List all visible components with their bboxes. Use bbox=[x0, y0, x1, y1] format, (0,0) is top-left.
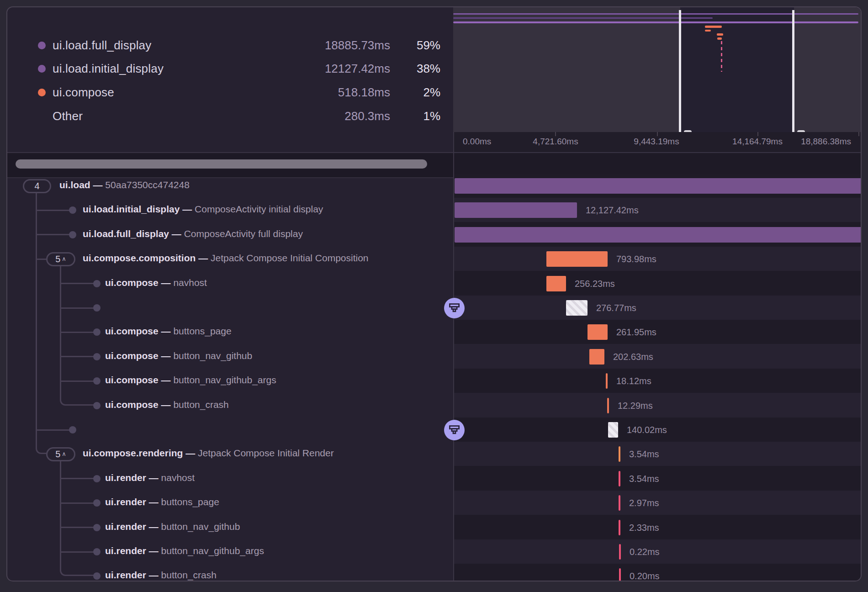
minimap-flame-bar bbox=[705, 30, 711, 32]
span-bar[interactable] bbox=[546, 276, 566, 291]
profile-icon[interactable] bbox=[444, 298, 465, 318]
span-bar[interactable] bbox=[606, 373, 608, 389]
span-description: button_nav_github bbox=[173, 350, 252, 361]
span-duration-label: 18.12ms bbox=[616, 376, 651, 386]
span-bar[interactable] bbox=[566, 300, 587, 316]
span-row-label[interactable]: ui.compose.composition — Jetpack Compose… bbox=[83, 253, 369, 264]
span-row-label[interactable]: ui.render — buttons_page bbox=[105, 497, 219, 507]
legend-item[interactable]: ui.compose 518.18ms 2% bbox=[7, 83, 453, 101]
legend-item[interactable]: Other 280.3ms 1% bbox=[7, 107, 453, 125]
span-bar[interactable] bbox=[455, 227, 862, 243]
axis-tick-label: 14,164.79ms bbox=[732, 137, 783, 147]
span-row-label[interactable]: ui.render — button_nav_github_args bbox=[105, 545, 264, 556]
separator-dash: — bbox=[146, 497, 161, 507]
legend-percent: 1% bbox=[423, 109, 440, 123]
profile-flame-glyph bbox=[448, 424, 460, 436]
span-row-label[interactable]: ui.load.initial_display — ComposeActivit… bbox=[83, 204, 323, 215]
badge-count: 5 bbox=[55, 449, 60, 460]
span-duration-label: 793.98ms bbox=[616, 254, 656, 264]
tree-node-dot bbox=[69, 426, 76, 433]
span-bar[interactable] bbox=[619, 495, 620, 511]
legend-value: 280.3ms bbox=[344, 109, 390, 123]
span-bar[interactable] bbox=[619, 471, 620, 486]
tree-node-dot bbox=[93, 280, 101, 287]
minimap-viewport-overlay bbox=[453, 7, 680, 132]
span-bar[interactable] bbox=[455, 202, 577, 218]
span-bar[interactable] bbox=[619, 446, 620, 462]
tree-connector-elbow bbox=[36, 446, 48, 455]
span-bar[interactable] bbox=[455, 178, 862, 194]
span-row-label[interactable]: ui.compose — button_nav_github bbox=[105, 350, 252, 361]
span-row-label[interactable]: ui.compose — button_nav_github_args bbox=[105, 375, 276, 386]
tree-connector-line bbox=[60, 502, 94, 504]
trace-minimap[interactable] bbox=[453, 7, 862, 132]
span-description: button_nav_github_args bbox=[173, 375, 276, 385]
legend-value: 12127.42ms bbox=[325, 62, 390, 76]
legend-item[interactable]: ui.load.full_display 18885.73ms 59% bbox=[7, 36, 453, 54]
span-row-label[interactable]: ui.load.full_display — ComposeActivity f… bbox=[83, 228, 303, 239]
span-row-label[interactable]: ui.compose — buttons_page bbox=[105, 326, 232, 337]
span-row-label[interactable]: ui.render — button_crash bbox=[105, 570, 217, 581]
separator-dash: — bbox=[146, 570, 161, 580]
span-bar[interactable] bbox=[589, 349, 604, 365]
span-duration-label: 276.77ms bbox=[596, 303, 636, 313]
legend-color-dot bbox=[38, 42, 46, 49]
span-bar[interactable] bbox=[546, 251, 608, 267]
span-bar[interactable] bbox=[608, 422, 618, 438]
span-duration-label: 12,127.42ms bbox=[586, 205, 639, 216]
tree-connector-line bbox=[36, 234, 70, 235]
tree-node-dot bbox=[93, 353, 101, 360]
row-stripe bbox=[453, 369, 862, 393]
axis-tick-mark bbox=[657, 132, 658, 136]
separator-dash: — bbox=[90, 180, 106, 190]
legend-item[interactable]: ui.load.initial_display 12127.42ms 38% bbox=[7, 59, 453, 78]
span-row-label[interactable]: ui.compose — navhost bbox=[105, 277, 207, 288]
minimap-viewport-overlay bbox=[794, 7, 862, 132]
tree-connector-elbow bbox=[60, 568, 94, 576]
separator-dash: — bbox=[159, 326, 174, 336]
panel-divider[interactable] bbox=[453, 132, 454, 581]
legend-percent: 59% bbox=[417, 38, 440, 53]
span-bar[interactable] bbox=[619, 568, 621, 581]
span-op: ui.load bbox=[59, 180, 90, 190]
span-duration-label: 0.20ms bbox=[630, 571, 660, 581]
row-stripe bbox=[453, 271, 862, 295]
legend-name: ui.load.initial_display bbox=[53, 62, 164, 76]
span-bar[interactable] bbox=[619, 544, 621, 560]
span-row-label[interactable]: ui.compose.rendering — Jetpack Compose I… bbox=[83, 448, 334, 459]
span-row-label[interactable]: ui.load — 50aa7350cc474248 bbox=[59, 180, 190, 190]
span-description: button_nav_github_args bbox=[161, 545, 264, 556]
span-duration-label: 261.95ms bbox=[616, 327, 656, 338]
span-bar[interactable] bbox=[587, 324, 608, 340]
axis-tick-label: 4,721.60ms bbox=[533, 137, 578, 147]
tree-connector-line bbox=[36, 193, 37, 447]
span-bar[interactable] bbox=[619, 520, 620, 535]
children-count-badge[interactable]: 5∧ bbox=[46, 252, 75, 266]
separator-dash: — bbox=[180, 204, 195, 214]
tree-connector-line bbox=[60, 283, 94, 284]
tree-connector-line bbox=[36, 210, 70, 211]
badge-count: 5 bbox=[55, 254, 60, 264]
span-description: Jetpack Compose Initial Render bbox=[198, 448, 334, 458]
span-op: ui.compose bbox=[105, 277, 159, 288]
trace-waterfall-view: ui.load.full_display 18885.73ms 59% ui.l… bbox=[0, 0, 868, 592]
tree-connector-line bbox=[60, 551, 94, 553]
span-row-label[interactable]: ui.compose — button_crash bbox=[105, 399, 229, 410]
axis-tick-mark bbox=[555, 132, 556, 136]
children-count-badge[interactable]: 5∧ bbox=[46, 447, 75, 461]
separator-dash: — bbox=[159, 350, 174, 361]
span-bar[interactable] bbox=[607, 398, 609, 413]
row-stripe bbox=[453, 320, 862, 344]
profile-icon[interactable] bbox=[444, 420, 465, 440]
minimap-selection-line[interactable] bbox=[679, 10, 681, 132]
tree-connector-line bbox=[60, 356, 94, 357]
children-count-badge[interactable]: 4 bbox=[23, 179, 51, 193]
span-duration-label: 256.23ms bbox=[575, 279, 615, 289]
span-op: ui.load.full_display bbox=[83, 228, 169, 239]
span-row-label[interactable]: ui.render — navhost bbox=[105, 472, 195, 483]
span-row-label[interactable]: ui.render — button_nav_github bbox=[105, 521, 240, 532]
minimap-selection-line[interactable] bbox=[792, 10, 794, 132]
span-description: button_nav_github bbox=[161, 521, 240, 532]
axis-tick-label: 9,443.19ms bbox=[634, 137, 679, 147]
span-op: ui.compose.composition bbox=[83, 253, 196, 263]
